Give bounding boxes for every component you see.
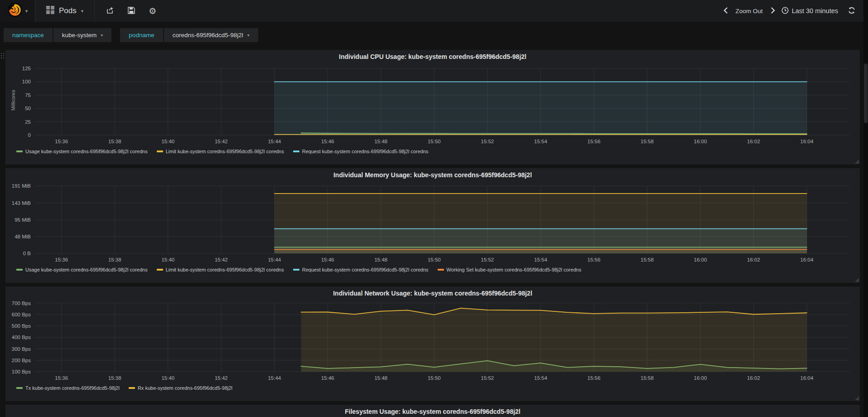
panel-title[interactable]: Individual Network Usage: kube-system co… [9, 286, 856, 298]
variable-namespace-value-dropdown[interactable]: kube-system ▾ [53, 28, 112, 42]
legend-item-request[interactable]: Request kube-system coredns-695f96dcd5-9… [293, 267, 429, 272]
memory-usage-chart[interactable]: 0 B48 MiB95 MiB143 MiB191 MiB15:3615:381… [9, 180, 856, 265]
panel-title[interactable]: Filesystem Usage: kube-system coredns-69… [9, 405, 856, 417]
x-tick-label: 16:02 [747, 257, 760, 262]
x-tick-label: 15:54 [534, 257, 547, 262]
variable-podname-label: podname [120, 28, 163, 42]
share-icon [106, 6, 114, 15]
panel-resize-handle[interactable] [855, 160, 859, 164]
scrollbar-thumb[interactable] [864, 63, 868, 123]
x-tick-label: 15:40 [161, 257, 174, 262]
share-button[interactable] [106, 6, 114, 15]
time-shift-forward-button[interactable] [771, 7, 775, 15]
legend-label: Request kube-system coredns-695f96dcd5-9… [302, 267, 429, 272]
y-tick-label: 25 [25, 119, 31, 125]
legend-item-request[interactable]: Request kube-system coredns-695f96dcd5-9… [293, 149, 429, 154]
dashboard-grid-icon [46, 6, 54, 16]
panel-title[interactable]: Individual CPU Usage: kube-system coredn… [9, 50, 856, 62]
x-tick-label: 15:56 [588, 375, 601, 381]
row-drag-handle[interactable] [1, 53, 4, 58]
legend-label: Request kube-system coredns-695f96dcd5-9… [302, 149, 429, 154]
chevron-down-icon: ▾ [247, 33, 250, 38]
grafana-menu-button[interactable]: ▾ [0, 0, 35, 22]
dashboard-title: Pods [59, 6, 77, 15]
dashboard-panels: Individual CPU Usage: kube-system coredn… [0, 48, 868, 417]
legend-item-tx[interactable]: Tx kube-system coredns-695f96dcd5-98j2l [16, 385, 120, 391]
panel-resize-handle[interactable] [855, 278, 859, 282]
legend-label: Limit kube-system coredns-695f96dcd5-98j… [166, 149, 284, 154]
legend-color-swatch [16, 150, 23, 152]
x-tick-label: 15:50 [428, 257, 441, 262]
panel-title[interactable]: Individual Memory Usage: kube-system cor… [9, 168, 856, 180]
network-chart-legend: Tx kube-system coredns-695f96dcd5-98j2lR… [9, 383, 856, 393]
legend-label: Usage kube-system coredns-695f96dcd5-98j… [25, 149, 148, 154]
x-tick-label: 15:50 [428, 375, 441, 381]
panel-filesystem-usage: Filesystem Usage: kube-system coredns-69… [5, 405, 860, 417]
x-tick-label: 16:04 [800, 139, 814, 144]
y-tick-label: 50 [25, 106, 31, 111]
panel-resize-handle[interactable] [855, 396, 859, 400]
x-tick-label: 16:02 [747, 375, 760, 381]
y-tick-label: 95 MiB [14, 217, 31, 223]
settings-gear-icon: ⚙ [149, 7, 156, 15]
time-range-picker[interactable]: Last 30 minutes [781, 7, 838, 15]
variable-podname-value-dropdown[interactable]: coredns-695f96dcd5-98j2l ▾ [164, 28, 258, 42]
x-tick-label: 15:42 [215, 257, 228, 262]
x-tick-label: 15:56 [588, 257, 601, 262]
x-tick-label: 15:58 [641, 139, 654, 144]
zoom-out-button[interactable]: Zoom Out [736, 8, 763, 15]
legend-item-working-set[interactable]: Working Set kube-system coredns-695f96dc… [438, 267, 582, 272]
x-tick-label: 15:46 [321, 375, 334, 381]
page-scrollbar[interactable] [863, 0, 868, 417]
x-tick-label: 16:00 [694, 139, 707, 144]
legend-item-rx[interactable]: Rx kube-system coredns-695f96dcd5-98j2l [129, 385, 232, 391]
x-tick-label: 15:48 [374, 139, 387, 144]
save-button[interactable] [128, 7, 135, 15]
x-tick-label: 15:58 [641, 257, 654, 262]
panel-individual-network-usage: Individual Network Usage: kube-system co… [5, 286, 860, 401]
x-tick-label: 15:36 [55, 257, 68, 262]
clock-icon [781, 7, 789, 15]
chevron-right-icon [771, 7, 775, 15]
x-tick-label: 16:04 [800, 257, 814, 262]
legend-color-swatch [293, 269, 299, 271]
navbar-actions: ⚙ [95, 6, 168, 15]
x-tick-label: 16:02 [747, 139, 760, 144]
top-navbar: ▾ Pods ▾ [0, 0, 868, 22]
x-tick-label: 15:46 [321, 139, 334, 144]
settings-button[interactable]: ⚙ [149, 7, 156, 15]
y-tick-label: 143 MiB [12, 200, 31, 206]
legend-color-swatch [293, 150, 299, 152]
x-tick-label: 15:54 [534, 139, 547, 144]
x-tick-label: 15:54 [534, 375, 547, 381]
x-tick-label: 15:44 [268, 139, 281, 144]
network-usage-chart[interactable]: 100 Bps200 Bps300 Bps400 Bps500 Bps600 B… [9, 298, 856, 383]
variable-podname-value: coredns-695f96dcd5-98j2l [173, 32, 243, 39]
panel-individual-memory-usage: Individual Memory Usage: kube-system cor… [5, 168, 860, 283]
legend-label: Rx kube-system coredns-695f96dcd5-98j2l [138, 385, 232, 391]
legend-item-limit[interactable]: Limit kube-system coredns-695f96dcd5-98j… [157, 267, 284, 272]
navbar-time-controls: Zoom Out Last 30 minutes [723, 7, 868, 15]
dashboard-title-picker[interactable]: Pods ▾ [35, 0, 95, 22]
variable-namespace-value: kube-system [62, 32, 97, 39]
panel-individual-cpu-usage: Individual CPU Usage: kube-system coredn… [5, 50, 860, 165]
refresh-button[interactable] [848, 7, 855, 15]
series-fill-rx [301, 308, 807, 372]
y-tick-label: 125 [22, 66, 31, 71]
legend-item-limit[interactable]: Limit kube-system coredns-695f96dcd5-98j… [157, 149, 284, 154]
legend-item-usage[interactable]: Usage kube-system coredns-695f96dcd5-98j… [16, 149, 148, 154]
y-tick-label: 300 Bps [12, 346, 31, 352]
y-tick-label: 0 [28, 132, 31, 138]
y-tick-label: 500 Bps [12, 323, 31, 329]
x-tick-label: 16:00 [694, 257, 707, 262]
x-tick-label: 15:50 [428, 139, 441, 144]
x-tick-label: 16:00 [694, 375, 707, 381]
y-tick-label: 48 MiB [14, 234, 31, 239]
legend-color-swatch [16, 387, 23, 389]
x-tick-label: 15:36 [55, 375, 68, 381]
x-tick-label: 15:52 [481, 257, 494, 262]
legend-item-usage[interactable]: Usage kube-system coredns-695f96dcd5-98j… [16, 267, 148, 272]
cpu-usage-chart[interactable]: 025507510012515:3615:3815:4015:4215:4415… [9, 62, 856, 147]
time-shift-back-button[interactable] [723, 7, 728, 15]
template-variables-row: namespace kube-system ▾ podname coredns-… [0, 22, 868, 48]
